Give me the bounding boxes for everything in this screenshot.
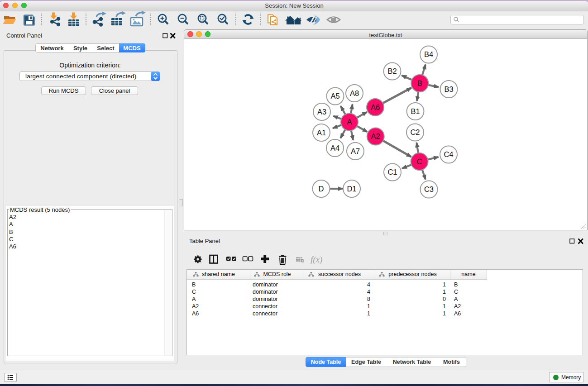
svg-text:A1: A1 — [317, 129, 326, 137]
svg-text:C: C — [417, 157, 422, 166]
svg-text:A7: A7 — [351, 147, 360, 155]
svg-text:B: B — [417, 79, 422, 87]
svg-text:A5: A5 — [330, 92, 339, 100]
svg-text:A6: A6 — [371, 103, 380, 111]
svg-text:C3: C3 — [424, 185, 434, 193]
svg-text:D1: D1 — [347, 185, 356, 193]
svg-text:A8: A8 — [350, 89, 359, 97]
svg-text:C1: C1 — [387, 168, 397, 176]
svg-text:A2: A2 — [371, 132, 380, 140]
svg-text:B3: B3 — [444, 85, 453, 93]
svg-text:B4: B4 — [424, 50, 433, 58]
svg-text:A: A — [347, 118, 352, 126]
svg-text:B2: B2 — [387, 67, 397, 75]
svg-text:C2: C2 — [410, 128, 420, 136]
svg-text:A4: A4 — [330, 144, 339, 152]
svg-text:A3: A3 — [317, 108, 326, 116]
svg-text:D: D — [319, 185, 324, 193]
svg-text:C4: C4 — [444, 150, 453, 158]
svg-text:f(x): f(x) — [311, 255, 322, 265]
svg-text:B1: B1 — [411, 107, 420, 115]
